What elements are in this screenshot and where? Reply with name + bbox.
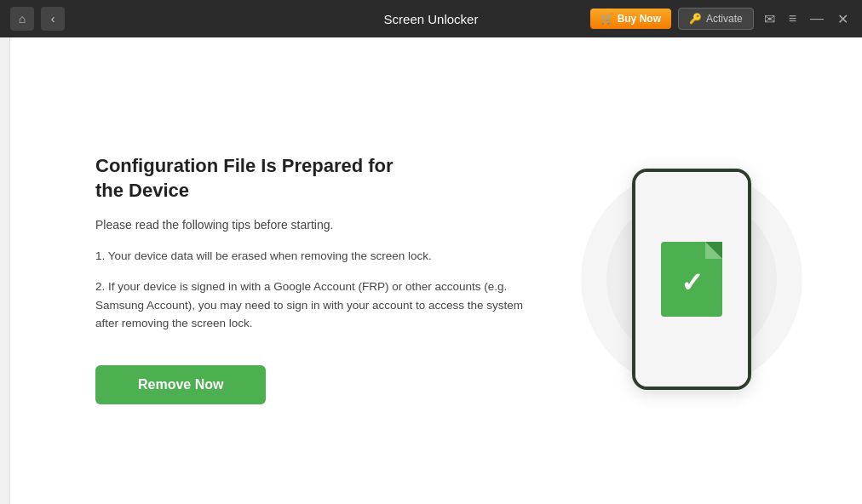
titlebar-right-controls: 🛒 Buy Now 🔑 Activate ✉ ≡ — ✕ <box>590 8 852 31</box>
doc-body: ✓ <box>661 242 722 317</box>
text-section: Configuration File Is Prepared for the D… <box>95 154 538 404</box>
mail-icon[interactable]: ✉ <box>761 8 779 31</box>
checkmark-icon: ✓ <box>681 266 704 299</box>
close-icon[interactable]: ✕ <box>834 8 852 31</box>
content-area: Configuration File Is Prepared for the D… <box>10 37 862 504</box>
tip-2: 2. If your device is signed in with a Go… <box>95 278 538 333</box>
key-icon: 🔑 <box>689 13 702 25</box>
cart-icon: 🛒 <box>601 13 613 25</box>
activate-button[interactable]: 🔑 Activate <box>678 8 754 30</box>
app-title: Screen Unlocker <box>384 12 479 26</box>
phone-screen: ✓ <box>635 172 748 387</box>
activate-label: Activate <box>706 13 743 25</box>
remove-now-button[interactable]: Remove Now <box>95 365 266 404</box>
left-sidebar <box>0 37 10 504</box>
home-icon: ⌂ <box>19 12 26 26</box>
titlebar-left-controls: ⌂ ‹ <box>10 7 65 31</box>
minimize-icon[interactable]: — <box>807 8 827 30</box>
back-button[interactable]: ‹ <box>41 7 65 31</box>
subtitle-text: Please read the following tips before st… <box>95 218 538 232</box>
menu-icon[interactable]: ≡ <box>785 8 800 30</box>
config-heading: Configuration File Is Prepared for the D… <box>95 154 538 203</box>
tip-1: 1. Your device data will be erased when … <box>95 247 538 266</box>
home-button[interactable]: ⌂ <box>10 7 34 31</box>
titlebar: ⌂ ‹ Screen Unlocker 🛒 Buy Now 🔑 Activate… <box>0 0 862 37</box>
back-icon: ‹ <box>51 12 55 26</box>
phone-device: ✓ <box>632 169 751 390</box>
buy-now-button[interactable]: 🛒 Buy Now <box>590 9 671 29</box>
phone-illustration: ✓ <box>572 117 811 441</box>
main-content: Configuration File Is Prepared for the D… <box>0 37 862 504</box>
document-icon: ✓ <box>661 242 722 317</box>
buy-now-label: Buy Now <box>618 13 661 25</box>
